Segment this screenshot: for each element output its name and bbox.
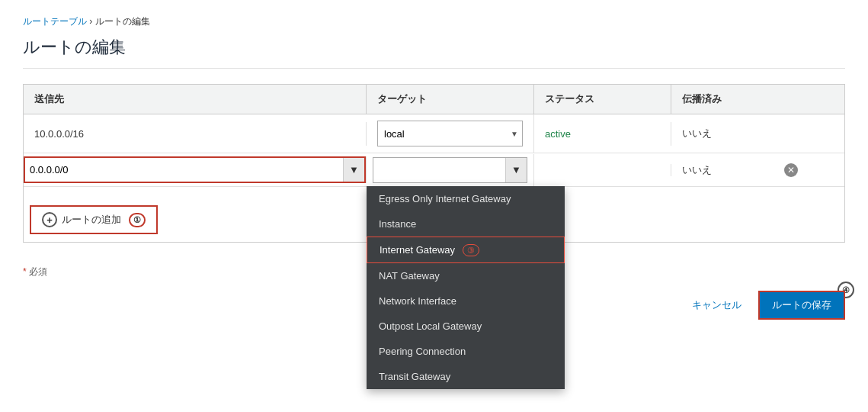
destination-dropdown-arrow[interactable]: ▼ [343,158,364,182]
row1-target-select[interactable]: local [377,121,523,146]
dropdown-item-peering[interactable]: Peering Connection [367,339,565,364]
header-destination: 送信先 [24,85,367,114]
row1-status: active [534,122,671,146]
page-title: ルートの編集 [23,36,845,69]
row2-destination-wrapper: ② ▼ [24,156,366,183]
header-propagated: 伝播済み [671,85,809,114]
table-row: 10.0.0.0/16 local ▼ active いいえ [24,114,844,153]
required-text: 必須 [29,266,47,277]
row2-target-cell: ▼ Egress Only Internet Gateway Instance … [367,154,534,186]
plus-icon: + [42,212,57,227]
destination-input[interactable] [30,158,338,182]
row1-destination: 10.0.0.0/16 [24,122,367,146]
table-row: ② ▼ ▼ Egress [24,153,844,187]
breadcrumb-current: ルートの編集 [95,16,150,27]
dropdown-arrow-icon: ▼ [511,164,521,175]
save-routes-button[interactable]: ルートの保存 [758,291,845,320]
row1-target-cell: local ▼ [367,114,534,153]
dropdown-item-nat-gateway[interactable]: NAT Gateway [367,263,565,288]
cancel-button[interactable]: キャンセル [683,292,751,318]
row2-destination-cell: ② ▼ [24,156,367,183]
add-route-button[interactable]: + ルートの追加 ① [30,205,158,234]
header-target: ターゲット [367,85,534,114]
row2-propagated: いいえ ✕ [671,157,809,183]
asterisk: * [23,266,29,277]
row2-dropdown-btn[interactable]: ▼ [505,158,527,182]
header-status: ステータス [534,85,671,114]
dropdown-item-transit[interactable]: Transit Gateway [367,364,565,389]
breadcrumb: ルートテーブル › ルートの編集 [23,15,845,28]
dropdown-item-egress[interactable]: Egress Only Internet Gateway [367,186,565,211]
arrow-down-icon: ▼ [349,164,359,175]
remove-row-button[interactable]: ✕ [784,163,798,177]
status-badge: active [545,128,571,140]
badge-1: ① [129,213,146,227]
table-header: 送信先 ターゲット ステータス 伝播済み [23,84,845,114]
row2-target-select[interactable]: ▼ [373,157,527,183]
row2-status [534,164,671,176]
badge-3: ③ [463,244,479,256]
dropdown-item-internet-gateway[interactable]: Internet Gateway ③ [367,237,565,263]
row1-target-select-wrapper[interactable]: local ▼ [377,121,523,146]
target-dropdown-menu: Egress Only Internet Gateway Instance In… [367,186,565,389]
dropdown-item-network-interface[interactable]: Network Interface [367,288,565,314]
row1-propagated: いいえ [671,121,809,146]
dropdown-item-instance[interactable]: Instance [367,211,565,237]
propagated-with-close: いいえ ✕ [682,163,798,177]
breadcrumb-parent[interactable]: ルートテーブル [23,16,87,27]
save-button-wrapper: ④ ルートの保存 [758,291,845,320]
table-body: 10.0.0.0/16 local ▼ active いいえ [23,114,845,187]
dropdown-item-outpost[interactable]: Outpost Local Gateway [367,314,565,339]
breadcrumb-separator: › [89,16,94,27]
routes-table: 送信先 ターゲット ステータス 伝播済み 10.0.0.0/16 local ▼ [23,84,845,243]
